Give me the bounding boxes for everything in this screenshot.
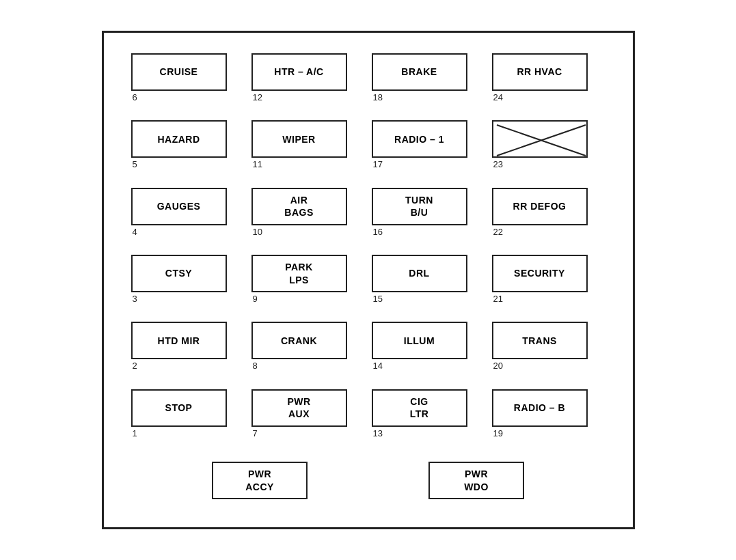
fuse-cell-r2-c2: WIPER11 xyxy=(251,120,365,180)
fuse-f7: PWRAUX xyxy=(251,389,347,427)
fuse-number-f13: 13 xyxy=(373,428,383,438)
fuse-cell-r3-c1: GAUGES4 xyxy=(131,188,245,248)
fuse-f11: WIPER xyxy=(251,120,347,158)
fuse-f21: SECURITY xyxy=(492,255,588,292)
fuse-cell-r6-c3: CIGLTR13 xyxy=(372,389,485,449)
fuse-f24: RR HVAC xyxy=(492,53,588,91)
fuse-cell-r5-c3: ILLUM14 xyxy=(372,322,485,382)
fuse-cell-r6-c1: STOP1 xyxy=(131,389,245,449)
fuse-f8: CRANK xyxy=(251,322,347,359)
fuse-f6: CRUISE xyxy=(131,53,227,91)
fuse-f23 xyxy=(492,120,588,158)
fuse-number-f3: 3 xyxy=(133,294,137,304)
fuse-box-diagram: CRUISE6HTR – A/C12BRAKE18RR HVAC24HAZARD… xyxy=(102,31,635,529)
fuse-number-f7: 7 xyxy=(253,428,258,438)
fuse-number-f20: 20 xyxy=(493,361,503,371)
fuse-number-f22: 22 xyxy=(493,227,503,237)
fuse-cell-r1-c1: CRUISE6 xyxy=(131,53,245,113)
fuse-number-f16: 16 xyxy=(373,227,383,237)
fuse-fb1: PWRACCY xyxy=(212,462,308,499)
fuse-cell-r4-c1: CTSY3 xyxy=(131,255,245,315)
fuse-number-f10: 10 xyxy=(253,227,262,237)
fuse-f12: HTR – A/C xyxy=(251,53,347,91)
fuse-cell-r5-c2: CRANK8 xyxy=(251,322,365,382)
fuse-f16: TURNB/U xyxy=(372,188,467,225)
fuse-number-f21: 21 xyxy=(493,294,503,304)
fuse-f4: GAUGES xyxy=(131,188,227,225)
fuse-number-f5: 5 xyxy=(133,159,137,169)
fuse-number-f1: 1 xyxy=(133,428,137,438)
fuse-number-f2: 2 xyxy=(133,361,137,371)
fuse-cell-r1-c2: HTR – A/C12 xyxy=(251,53,365,113)
fuse-number-f12: 12 xyxy=(253,92,262,102)
fuse-f18: BRAKE xyxy=(372,53,467,91)
fuse-fb2: PWRWDO xyxy=(428,462,524,499)
fuse-number-f8: 8 xyxy=(253,361,258,371)
fuse-number-f15: 15 xyxy=(373,294,383,304)
fuse-number-f18: 18 xyxy=(373,92,383,102)
fuse-number-f11: 11 xyxy=(253,159,262,169)
fuse-f15: DRL xyxy=(372,255,467,292)
fuse-cell-r6-c2: PWRAUX7 xyxy=(251,389,365,449)
fuse-f2: HTD MIR xyxy=(131,322,227,359)
fuse-cell-r4-c3: DRL15 xyxy=(372,255,485,315)
fuse-f1: STOP xyxy=(131,389,227,427)
fuse-cell-r4-c4: SECURITY21 xyxy=(492,255,605,315)
fuse-number-f4: 4 xyxy=(133,227,137,237)
fuse-cell-r4-c2: PARKLPS9 xyxy=(251,255,365,315)
fuse-cell-r6-c4: RADIO – B19 xyxy=(492,389,605,449)
fuse-f20: TRANS xyxy=(492,322,588,359)
fuse-f14: ILLUM xyxy=(372,322,467,359)
fuse-cell-r2-c1: HAZARD5 xyxy=(131,120,245,180)
fuse-cell-r1-c3: BRAKE18 xyxy=(372,53,485,113)
fuse-f19: RADIO – B xyxy=(492,389,588,427)
bottom-fuse-cell-fb2: PWRWDO xyxy=(428,462,524,499)
fuse-cell-r3-c3: TURNB/U16 xyxy=(372,188,485,248)
fuse-number-f24: 24 xyxy=(493,92,503,102)
fuse-number-f9: 9 xyxy=(253,294,258,304)
bottom-fuse-cell-fb1: PWRACCY xyxy=(212,462,308,499)
fuse-cell-r1-c4: RR HVAC24 xyxy=(492,53,605,113)
fuse-number-f23: 23 xyxy=(493,159,503,169)
fuse-cell-r5-c4: TRANS20 xyxy=(492,322,605,382)
fuse-f17: RADIO – 1 xyxy=(372,120,467,158)
fuse-f13: CIGLTR xyxy=(372,389,467,427)
fuse-f22: RR DEFOG xyxy=(492,188,588,225)
fuse-number-f6: 6 xyxy=(133,92,137,102)
fuse-f9: PARKLPS xyxy=(251,255,347,292)
fuse-number-f19: 19 xyxy=(493,428,503,438)
fuse-f5: HAZARD xyxy=(131,120,227,158)
fuse-cell-r5-c1: HTD MIR2 xyxy=(131,322,245,382)
bottom-section: PWRACCYPWRWDO xyxy=(131,462,605,499)
fuse-number-f17: 17 xyxy=(373,159,383,169)
fuse-f10: AIRBAGS xyxy=(251,188,347,225)
fuse-cell-r2-c4: 23 xyxy=(492,120,605,180)
fuse-number-f14: 14 xyxy=(373,361,383,371)
fuse-grid: CRUISE6HTR – A/C12BRAKE18RR HVAC24HAZARD… xyxy=(131,53,605,449)
fuse-f3: CTSY xyxy=(131,255,227,292)
fuse-cell-r3-c2: AIRBAGS10 xyxy=(251,188,365,248)
fuse-cell-r2-c3: RADIO – 117 xyxy=(372,120,485,180)
fuse-cell-r3-c4: RR DEFOG22 xyxy=(492,188,605,248)
